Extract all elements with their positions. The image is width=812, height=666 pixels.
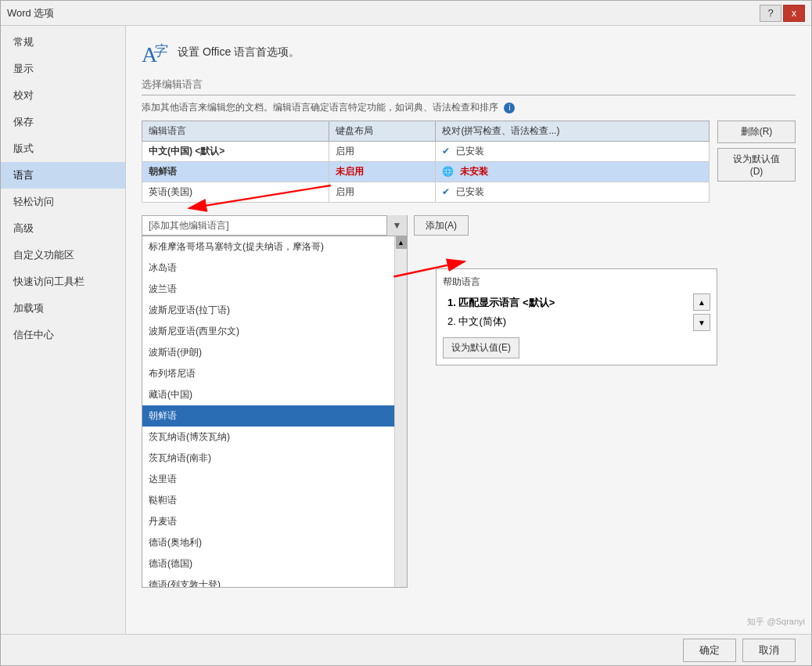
dropdown-item[interactable]: 鞑靼语 [142,490,394,511]
dropdown-wrapper: [添加其他编辑语言] ▼ 标准摩洛哥塔马塞特文(提夫纳语，摩洛哥) 冰岛语 波兰… [142,215,408,236]
lang-cell: 英语(美国) [142,182,329,203]
col-header-proofing: 校对(拼写检查、语法检查...) [436,121,710,142]
dropdown-arrow-btn[interactable]: ▼ [386,215,407,236]
delete-button[interactable]: 删除(R) [717,121,796,143]
bottom-bar: 确定 取消 [1,634,811,665]
dropdown-item[interactable]: 波斯语(伊朗) [142,342,394,363]
sidebar: 常规显示校对保存版式语言轻松访问高级自定义功能区快速访问工具栏加载项信任中心 [1,26,126,634]
dropdown-item-selected[interactable]: 朝鲜语 [142,405,394,427]
lang-table: 编辑语言 键盘布局 校对(拼写检查、语法检查...) 中文(中国) <默认> 启… [142,121,710,203]
sidebar-item-自定义功能区[interactable]: 自定义功能区 [1,242,125,268]
help-lang-item[interactable]: 1. 匹配显示语言 <默认> [443,293,690,312]
dropdown-item[interactable]: 丹麦语 [142,511,394,532]
move-up-btn[interactable]: ▲ [693,293,710,311]
dropdown-item[interactable]: 茨瓦纳语(南非) [142,448,394,469]
dialog-window: Word 选项 ? x 常规显示校对保存版式语言轻松访问高级自定义功能区快速访问… [0,0,812,666]
title-bar-title: Word 选项 [7,6,54,20]
language-icon: A 字 [142,38,170,67]
dropdown-placeholder: [添加其他编辑语言] [149,219,229,232]
dropdown-item[interactable]: 冰岛语 [142,257,394,279]
help-lang-section: 帮助语言 1. 匹配显示语言 <默认> 2. 中文(简体) ▲ ▼ 设为默认值(… [436,268,717,365]
dropdown-trigger[interactable]: [添加其他编辑语言] ▼ [142,215,408,236]
sidebar-item-语言[interactable]: 语言 [1,162,125,189]
dropdown-item[interactable]: 标准摩洛哥塔马塞特文(提夫纳语，摩洛哥) [142,236,394,257]
table-row[interactable]: 中文(中国) <默认> 启用 ✔ 已安装 [142,142,710,162]
keyboard-cell: 启用 [329,182,436,203]
lang-dropdown-container: [添加其他编辑语言] ▼ 标准摩洛哥塔马塞特文(提夫纳语，摩洛哥) 冰岛语 波兰… [142,215,408,236]
keyboard-cell: 启用 [329,142,436,162]
proofing-cell: ✔ 已安装 [436,142,710,162]
dropdown-list: 标准摩洛哥塔马塞特文(提夫纳语，摩洛哥) 冰岛语 波兰语 波斯尼亚语(拉丁语) … [142,236,408,588]
dropdown-item[interactable]: 德语(奥地利) [142,532,394,553]
title-bar: Word 选项 ? x [1,1,811,26]
sidebar-item-快速访问工具栏[interactable]: 快速访问工具栏 [1,268,125,295]
dropdown-scrollbar[interactable]: ▲ ▼ [394,236,407,588]
lang-table-area: 编辑语言 键盘布局 校对(拼写检查、语法检查...) 中文(中国) <默认> 启… [142,121,796,211]
sidebar-item-保存[interactable]: 保存 [1,109,125,135]
sub-section-label: 选择编辑语言 [142,77,796,95]
dropdown-item[interactable]: 藏语(中国) [142,384,394,405]
section-title: 设置 Office 语言首选项。 [178,45,300,59]
dropdown-item[interactable]: 达里语 [142,469,394,490]
dropdown-item[interactable]: 波斯尼亚语(拉丁语) [142,300,394,321]
svg-text:字: 字 [153,43,168,59]
title-bar-buttons: ? x [760,5,805,22]
move-down-btn[interactable]: ▼ [693,314,710,331]
lang-cell: 中文(中国) <默认> [142,142,329,162]
add-lang-button[interactable]: 添加(A) [414,215,469,236]
dropdown-item[interactable]: 波斯尼亚语(西里尔文) [142,321,394,342]
col-header-lang: 编辑语言 [142,121,329,142]
dropdown-item[interactable]: 德语(德国) [142,553,394,574]
right-buttons-area: 删除(R) 设为默认值(D) [717,121,796,211]
description: 添加其他语言来编辑您的文档。编辑语言确定语言特定功能，如词典、语法检查和排序 i [142,100,796,114]
table-row[interactable]: 英语(美国) 启用 ✔ 已安装 [142,182,710,203]
main-content: A 字 设置 Office 语言首选项。 选择编辑语言 添加其他语言来编辑您的文… [126,26,811,634]
ok-button[interactable]: 确定 [683,639,736,662]
proofing-cell: 🌐 未安装 [436,162,710,182]
dropdown-item[interactable]: 茨瓦纳语(博茨瓦纳) [142,427,394,448]
cancel-button[interactable]: 取消 [742,639,796,662]
help-set-default-button[interactable]: 设为默认值(E) [443,337,519,358]
section-header: A 字 设置 Office 语言首选项。 [142,38,796,67]
col-header-keyboard: 键盘布局 [329,121,436,142]
watermark: 知乎 @Sqranyi [747,616,805,628]
sidebar-item-加载项[interactable]: 加载项 [1,295,125,322]
sidebar-item-信任中心[interactable]: 信任中心 [1,322,125,348]
dropdown-item[interactable]: 波兰语 [142,279,394,300]
proofing-cell: ✔ 已安装 [436,182,710,203]
sidebar-item-校对[interactable]: 校对 [1,82,125,109]
dropdown-item[interactable]: 德语(列支敦士登) [142,574,394,588]
sidebar-item-高级[interactable]: 高级 [1,215,125,242]
keyboard-cell: 未启用 [329,162,436,182]
help-button[interactable]: ? [760,5,781,22]
sidebar-item-常规[interactable]: 常规 [1,29,125,56]
dropdown-item[interactable]: 布列塔尼语 [142,363,394,384]
table-row[interactable]: 朝鲜语 未启用 🌐 未安装 [142,162,710,182]
lang-table-wrapper: 编辑语言 键盘布局 校对(拼写检查、语法检查...) 中文(中国) <默认> 启… [142,121,710,211]
close-button[interactable]: x [783,5,805,22]
lang-cell: 朝鲜语 [142,162,329,182]
help-lang-item[interactable]: 2. 中文(简体) [443,312,690,331]
set-default-button[interactable]: 设为默认值(D) [717,148,796,182]
add-lang-row: [添加其他编辑语言] ▼ 标准摩洛哥塔马塞特文(提夫纳语，摩洛哥) 冰岛语 波兰… [142,215,796,236]
help-lang-arrows: ▲ ▼ [693,293,710,331]
help-lang-list: 1. 匹配显示语言 <默认> 2. 中文(简体) [443,293,690,331]
sidebar-item-显示[interactable]: 显示 [1,56,125,82]
dialog-body: 常规显示校对保存版式语言轻松访问高级自定义功能区快速访问工具栏加载项信任中心 A… [1,26,811,634]
sidebar-item-版式[interactable]: 版式 [1,135,125,162]
sidebar-item-轻松访问[interactable]: 轻松访问 [1,189,125,215]
info-icon: i [504,103,515,113]
help-lang-title: 帮助语言 [443,275,710,289]
